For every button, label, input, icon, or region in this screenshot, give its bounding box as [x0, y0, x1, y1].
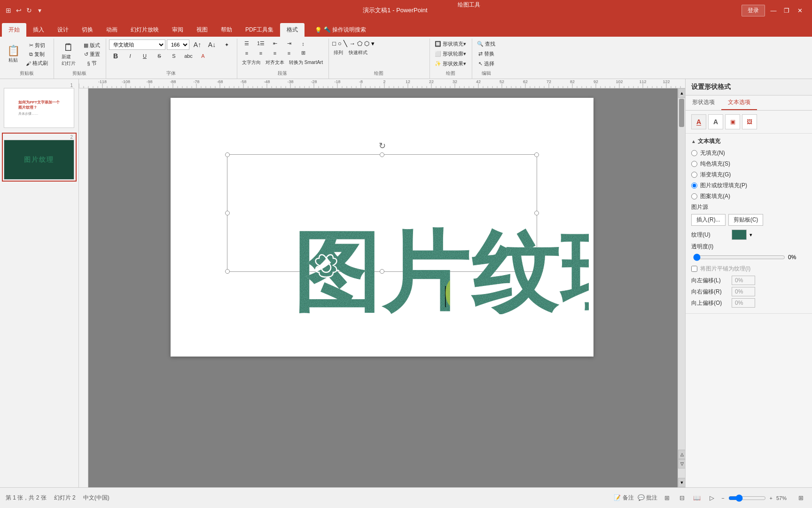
- hexagon-shape[interactable]: ⬡: [364, 40, 370, 48]
- solid-fill-radio[interactable]: [691, 161, 697, 167]
- restore-button[interactable]: ❐: [782, 6, 791, 15]
- undo-btn[interactable]: ↩: [15, 7, 23, 14]
- zoom-in-btn[interactable]: +: [770, 495, 773, 501]
- tab-slideshow[interactable]: 幻灯片放映: [124, 23, 165, 37]
- numbering-button[interactable]: 1☰: [254, 40, 267, 48]
- tab-design[interactable]: 设计: [51, 23, 75, 37]
- text-effects-icon-btn[interactable]: ▣: [725, 114, 740, 129]
- shape-effect-button[interactable]: ✨形状效果▾: [433, 59, 468, 68]
- bold-button[interactable]: B: [109, 51, 122, 61]
- scroll-down-button[interactable]: ▼: [678, 478, 686, 487]
- handle-bl[interactable]: [225, 269, 230, 274]
- convert-smartart-button[interactable]: 转换为 SmartArt: [287, 58, 325, 67]
- text-fill-icon-btn[interactable]: A: [691, 114, 706, 129]
- transparency-slider[interactable]: [693, 254, 785, 261]
- main-canvas-area[interactable]: ↻ 图片纹理: [79, 79, 685, 487]
- comments-button[interactable]: 💬 批注: [638, 494, 657, 502]
- new-slide-button[interactable]: 🗒 新建 幻灯片: [57, 41, 80, 68]
- gradient-fill-radio[interactable]: [691, 172, 697, 178]
- reset-button[interactable]: ↺重置: [82, 50, 102, 59]
- handle-tr[interactable]: [534, 152, 539, 157]
- tab-animations[interactable]: 动画: [100, 23, 124, 37]
- handle-ml[interactable]: [225, 211, 230, 215]
- underline-button[interactable]: U: [138, 52, 151, 60]
- reading-view-btn[interactable]: 📖: [691, 492, 703, 504]
- login-button[interactable]: 登录: [742, 5, 765, 16]
- image-icon-btn[interactable]: 🖼: [742, 114, 757, 129]
- bullets-button[interactable]: ☰: [240, 40, 253, 48]
- text-outline-icon-btn[interactable]: A: [708, 114, 723, 129]
- handle-mr[interactable]: [534, 211, 539, 215]
- italic-button[interactable]: I: [124, 52, 137, 60]
- rect-shape[interactable]: □: [332, 40, 336, 48]
- rotate-handle[interactable]: ↻: [379, 141, 386, 151]
- slideshow-view-btn[interactable]: ▷: [706, 492, 718, 504]
- texture-dropdown[interactable]: ▾: [750, 232, 752, 238]
- tab-search[interactable]: 💡 🔦 操作说明搜索: [308, 23, 373, 37]
- increase-font-size-button[interactable]: A↑: [191, 40, 204, 49]
- font-color-button[interactable]: A: [196, 52, 210, 60]
- section-button[interactable]: §节: [82, 59, 102, 68]
- tab-view[interactable]: 视图: [190, 23, 214, 37]
- oval-shape[interactable]: ○: [337, 40, 342, 48]
- zoom-out-btn[interactable]: −: [721, 495, 724, 501]
- collapse-arrow[interactable]: ▲: [691, 139, 696, 144]
- solid-fill-option[interactable]: 纯色填充(S): [691, 160, 806, 168]
- tab-help[interactable]: 帮助: [214, 23, 239, 37]
- align-text-button[interactable]: 对齐文本: [264, 58, 286, 67]
- highlight-button[interactable]: abc: [182, 52, 195, 60]
- more-shapes[interactable]: ▾: [371, 40, 375, 48]
- vertical-scrollbar[interactable]: ▲ △ ▽ ▼: [678, 88, 685, 487]
- slide-thumb-2[interactable]: 2 图片纹理: [2, 133, 77, 182]
- scroll-down-small[interactable]: ▽: [678, 459, 686, 468]
- tab-insert[interactable]: 插入: [26, 23, 51, 37]
- decrease-font-size-button[interactable]: A↓: [205, 40, 219, 49]
- align-center-button[interactable]: ≡: [254, 49, 267, 57]
- scroll-thumb[interactable]: [679, 99, 684, 127]
- line-spacing-button[interactable]: ↕: [297, 40, 310, 48]
- quick-styles-button[interactable]: 快速样式: [347, 48, 369, 57]
- picture-fill-radio[interactable]: [691, 183, 697, 189]
- close-button[interactable]: ✕: [795, 6, 804, 15]
- align-left-button[interactable]: ≡: [240, 49, 253, 57]
- pattern-fill-radio[interactable]: [691, 193, 697, 199]
- minimize-button[interactable]: —: [769, 6, 778, 15]
- find-button[interactable]: 🔍查找: [475, 40, 497, 48]
- pentagon-shape[interactable]: ⬠: [357, 40, 363, 48]
- text-direction-button[interactable]: 文字方向: [240, 58, 263, 67]
- tab-pdftool[interactable]: PDF工具集: [239, 23, 280, 37]
- fit-window-btn[interactable]: ⊞: [795, 492, 806, 504]
- paste-button[interactable]: 📋 粘贴: [4, 41, 23, 68]
- no-fill-radio[interactable]: [691, 150, 697, 156]
- tab-review[interactable]: 审阅: [165, 23, 190, 37]
- texture-preview[interactable]: [732, 230, 747, 240]
- justify-button[interactable]: ≡: [282, 49, 296, 57]
- shape-fill-button[interactable]: 🔲形状填充▾: [433, 40, 468, 48]
- arrange-button[interactable]: 排列: [332, 48, 345, 57]
- pattern-fill-option[interactable]: 图案填充(A): [691, 192, 806, 200]
- replace-button[interactable]: ⇄替换: [475, 49, 497, 58]
- copy-button[interactable]: ⧉复制: [24, 50, 50, 59]
- zoom-slider[interactable]: [728, 494, 766, 502]
- tab-format[interactable]: 格式: [280, 23, 304, 37]
- redo-btn[interactable]: ↻: [25, 7, 33, 14]
- shadow-button[interactable]: S: [167, 52, 180, 60]
- font-name-select[interactable]: 华文琥珀: [109, 40, 165, 50]
- strikethrough-button[interactable]: S: [153, 52, 166, 60]
- layout-button[interactable]: ▦版式: [82, 41, 102, 50]
- clipboard-button[interactable]: 剪贴板(C): [728, 214, 764, 226]
- font-size-select[interactable]: 166: [167, 40, 189, 50]
- cut-button[interactable]: ✂剪切: [24, 41, 50, 50]
- gradient-fill-option[interactable]: 渐变填充(G): [691, 171, 806, 179]
- tab-start[interactable]: 开始: [2, 23, 26, 37]
- columns-button[interactable]: ⊞: [297, 49, 310, 57]
- scroll-up-button[interactable]: ▲: [678, 88, 686, 98]
- tab-shape-options[interactable]: 形状选项: [686, 95, 721, 110]
- clear-format-button[interactable]: ✦: [220, 41, 233, 49]
- quick-access-menu[interactable]: ▾: [36, 7, 43, 14]
- decrease-indent-button[interactable]: ⇤: [268, 40, 281, 48]
- format-painter-button[interactable]: 🖌格式刷: [24, 59, 50, 68]
- shape-outline-button[interactable]: ⬜形状轮廓▾: [433, 49, 468, 58]
- scroll-up-small[interactable]: △: [678, 450, 686, 459]
- handle-tl[interactable]: [225, 152, 230, 157]
